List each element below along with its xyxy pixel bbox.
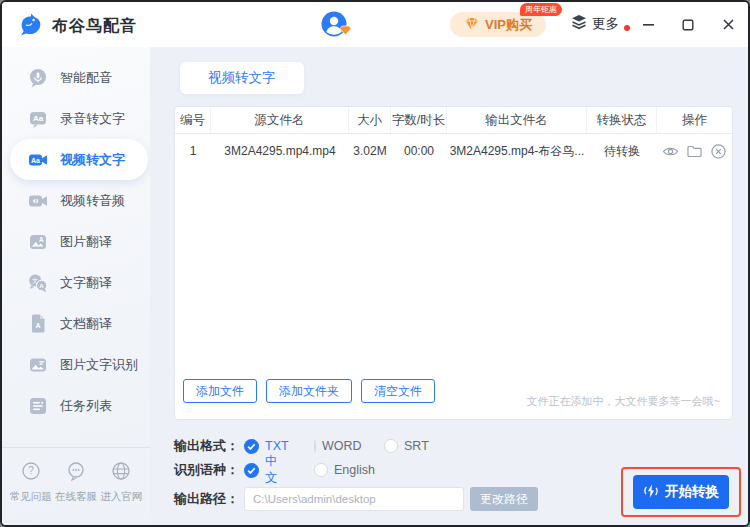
close-button[interactable] (720, 17, 736, 33)
vip-purchase-label: VIP购买 (485, 16, 532, 34)
header-status: 转换状态 (587, 107, 657, 133)
cell-operations (657, 143, 732, 160)
output-format-label: 输出格式： (174, 437, 244, 455)
format-option-word[interactable]: WORD (314, 439, 358, 453)
sidebar-footer: ? 常见问题 在线客服 进入官网 (2, 447, 150, 525)
text-translate-icon: 文A (28, 273, 48, 293)
minimize-button[interactable] (640, 17, 656, 33)
window-controls (640, 2, 736, 47)
layers-icon (571, 14, 587, 34)
image-ocr-icon (28, 355, 48, 375)
user-avatar[interactable] (320, 10, 348, 38)
vip-promo-badge: 周年钜惠 (520, 3, 562, 16)
table-header-row: 编号 源文件名 大小 字数/时长 输出文件名 转换状态 操作 (175, 107, 732, 134)
sidebar-item-image-ocr[interactable]: 图片文字识别 (2, 344, 150, 385)
website-icon (111, 461, 131, 485)
faq-label: 常见问题 (10, 490, 52, 504)
cell-size: 3.02M (349, 144, 391, 158)
app-logo-icon (18, 11, 44, 41)
header-id: 编号 (175, 107, 211, 133)
sidebar-item-label: 视频转音频 (60, 192, 125, 210)
app-title: 布谷鸟配音 (52, 16, 137, 37)
cell-id: 1 (175, 144, 211, 158)
sidebar-item-label: 图片翻译 (60, 233, 112, 251)
cell-source-filename: 3M2A4295.mp4.mp4 (211, 144, 349, 158)
remove-file-icon[interactable] (710, 143, 727, 160)
format-option-srt[interactable]: SRT (384, 439, 429, 453)
header-source-filename: 源文件名 (211, 107, 349, 133)
svg-text:Aa: Aa (31, 157, 40, 164)
sidebar-item-label: 智能配音 (60, 69, 112, 87)
sidebar-item-doc-translate[interactable]: A 文档翻译 (2, 303, 150, 344)
sidebar: 智能配音 Aa 录音转文字 Aa 视频转文字 视频转音频 (2, 47, 150, 525)
open-folder-icon[interactable] (686, 143, 703, 160)
radio-unchecked-icon (314, 463, 328, 477)
table-row[interactable]: 1 3M2A4295.mp4.mp4 3.02M 00:00 3M2A4295.… (175, 134, 732, 168)
cell-duration: 00:00 (391, 144, 447, 158)
clear-files-button[interactable]: 清空文件 (361, 379, 435, 403)
support-link[interactable]: 在线客服 (55, 461, 97, 504)
website-link[interactable]: 进入官网 (100, 461, 142, 504)
task-list-icon (28, 396, 48, 416)
video-to-text-icon: Aa (28, 150, 48, 170)
support-icon (66, 461, 86, 485)
file-actions: 添加文件 添加文件夹 清空文件 (183, 379, 435, 403)
faq-icon: ? (21, 461, 41, 485)
more-label: 更多 (592, 15, 619, 33)
sidebar-item-audio-to-text[interactable]: Aa 录音转文字 (2, 98, 150, 139)
output-path-row: 输出路径： 更改路径 (174, 487, 538, 511)
header-operations: 操作 (657, 107, 732, 133)
image-translate-icon: A (28, 232, 48, 252)
start-conversion-button[interactable]: 开始转换 (633, 475, 729, 509)
sidebar-item-label: 图片文字识别 (60, 356, 138, 374)
preview-icon[interactable] (662, 143, 679, 160)
sidebar-item-video-to-text[interactable]: Aa 视频转文字 (10, 139, 148, 180)
svg-text:?: ? (28, 465, 34, 476)
title-bar: 布谷鸟配音 VIP购买 周年钜惠 更多 (2, 2, 748, 47)
adding-files-note: 文件正在添加中，大文件要多等一会哦~ (527, 394, 720, 409)
audio-to-text-icon: Aa (28, 109, 48, 129)
language-label: 识别语种： (174, 461, 244, 479)
sidebar-item-label: 文字翻译 (60, 274, 112, 292)
main-content: 视频转文字 编号 源文件名 大小 字数/时长 输出文件名 转换状态 操作 1 3… (150, 47, 748, 525)
add-file-button[interactable]: 添加文件 (183, 379, 257, 403)
brand: 布谷鸟配音 (18, 11, 137, 41)
radio-unchecked-icon (384, 439, 398, 453)
sidebar-nav: 智能配音 Aa 录音转文字 Aa 视频转文字 视频转音频 (2, 47, 150, 426)
sidebar-item-text-translate[interactable]: 文A 文字翻译 (2, 262, 150, 303)
vip-gem-icon (464, 16, 480, 33)
convert-bolt-icon (643, 483, 659, 502)
sidebar-item-image-translate[interactable]: A 图片翻译 (2, 221, 150, 262)
svg-text:A: A (39, 281, 44, 288)
doc-translate-icon: A (28, 314, 48, 334)
output-path-input[interactable] (244, 487, 464, 511)
sidebar-item-smart-dubbing[interactable]: 智能配音 (2, 57, 150, 98)
smart-dubbing-icon (28, 68, 48, 88)
cell-output-filename: 3M2A4295.mp4-布谷鸟... (447, 143, 587, 160)
header-size: 大小 (349, 107, 391, 133)
website-label: 进入官网 (100, 490, 142, 504)
language-option-chinese[interactable]: 中文 (244, 453, 288, 487)
video-to-audio-icon (28, 191, 48, 211)
sidebar-item-video-to-audio[interactable]: 视频转音频 (2, 180, 150, 221)
avatar-vip-badge-icon (339, 22, 352, 40)
sidebar-item-task-list[interactable]: 任务列表 (2, 385, 150, 426)
start-button-highlight: 开始转换 (621, 467, 741, 517)
maximize-button[interactable] (680, 17, 696, 33)
more-menu-button[interactable]: 更多 (571, 14, 630, 34)
notification-dot (624, 25, 630, 31)
radio-checked-icon (244, 463, 259, 478)
format-option-txt[interactable]: TXT (244, 439, 288, 454)
file-table-panel: 编号 源文件名 大小 字数/时长 输出文件名 转换状态 操作 1 3M2A429… (174, 106, 733, 420)
add-folder-button[interactable]: 添加文件夹 (266, 379, 352, 403)
change-path-button[interactable]: 更改路径 (470, 487, 538, 511)
language-option-english[interactable]: English (314, 463, 375, 477)
faq-link[interactable]: ? 常见问题 (10, 461, 52, 504)
svg-text:Aa: Aa (33, 114, 44, 123)
output-path-label: 输出路径： (174, 490, 244, 508)
radio-unchecked-icon (314, 439, 316, 453)
tab-video-to-text[interactable]: 视频转文字 (180, 62, 304, 94)
cell-status: 待转换 (587, 143, 657, 160)
start-conversion-label: 开始转换 (665, 483, 719, 501)
header-output-filename: 输出文件名 (447, 107, 587, 133)
